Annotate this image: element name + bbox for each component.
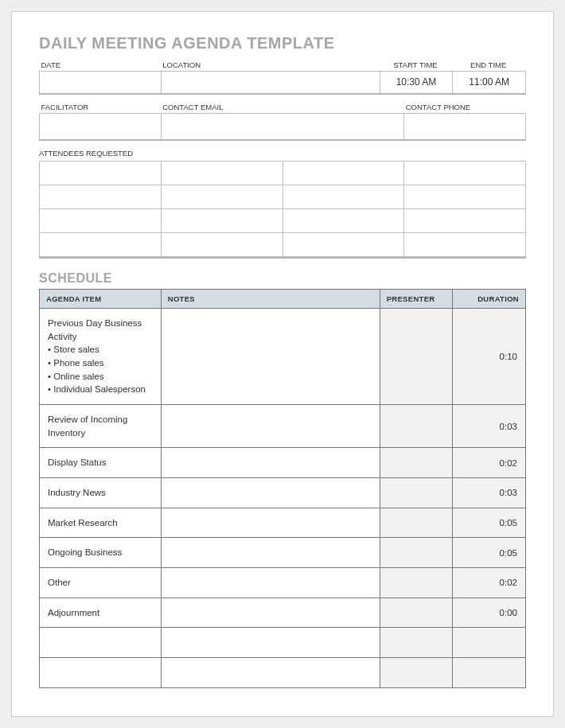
header-presenter: PRESENTER (380, 290, 453, 309)
cell-presenter[interactable] (380, 568, 453, 598)
cell-agenda-item[interactable]: Ongoing Business (40, 538, 162, 568)
schedule-heading: SCHEDULE (39, 271, 526, 286)
meeting-info-date-time: DATE LOCATION START TIME END TIME 10:30 … (39, 59, 526, 95)
schedule-row: Other0:02 (40, 568, 526, 598)
label-date: DATE (40, 59, 162, 72)
cell-notes[interactable] (161, 405, 380, 448)
page-title: DAILY MEETING AGENDA TEMPLATE (39, 34, 526, 53)
cell-duration[interactable]: 0:03 (453, 478, 526, 508)
schedule-table: AGENDA ITEM NOTES PRESENTER DURATION Pre… (39, 289, 526, 688)
cell-presenter[interactable] (380, 628, 453, 658)
schedule-row: Display Status0:02 (40, 448, 526, 478)
attendee-cell[interactable] (282, 185, 404, 209)
cell-notes[interactable] (161, 478, 380, 508)
cell-duration[interactable]: 0:05 (453, 508, 526, 538)
field-contact-email[interactable] (161, 113, 404, 140)
cell-duration[interactable] (453, 658, 526, 688)
attendees-row (40, 185, 526, 209)
cell-presenter[interactable] (380, 309, 453, 405)
attendee-cell[interactable] (40, 233, 162, 257)
label-start-time: START TIME (380, 59, 453, 72)
meeting-info-contact: FACILITATOR CONTACT EMAIL CONTACT PHONE (39, 101, 526, 142)
cell-presenter[interactable] (380, 538, 453, 568)
schedule-row: Review of Incoming Inventory0:03 (40, 405, 526, 448)
cell-presenter[interactable] (380, 478, 453, 508)
schedule-row (40, 628, 526, 658)
header-duration: DURATION (453, 290, 526, 309)
cell-agenda-item[interactable] (40, 628, 162, 658)
cell-agenda-item[interactable]: Review of Incoming Inventory (40, 405, 162, 448)
cell-agenda-item[interactable]: Other (40, 568, 162, 598)
attendee-cell[interactable] (404, 185, 526, 209)
attendees-table (39, 161, 526, 257)
schedule-row: Industry News0:03 (40, 478, 526, 508)
attendees-row (40, 209, 526, 233)
cell-duration[interactable]: 0:02 (453, 448, 526, 478)
field-end-time[interactable]: 11:00 AM (453, 72, 526, 94)
cell-duration[interactable]: 0:00 (453, 598, 526, 628)
cell-agenda-item[interactable]: Adjournment (40, 598, 162, 628)
cell-presenter[interactable] (380, 448, 453, 478)
cell-presenter[interactable] (380, 508, 453, 538)
attendee-cell[interactable] (161, 162, 282, 185)
attendee-cell[interactable] (40, 209, 162, 233)
cell-agenda-item[interactable] (40, 658, 162, 688)
cell-duration[interactable] (453, 628, 526, 658)
attendee-cell[interactable] (40, 162, 162, 185)
label-contact-phone: CONTACT PHONE (404, 101, 526, 114)
field-location[interactable] (161, 72, 380, 94)
cell-notes[interactable] (161, 598, 380, 628)
document-page: DAILY MEETING AGENDA TEMPLATE DATE LOCAT… (11, 11, 554, 717)
attendee-cell[interactable] (40, 185, 162, 209)
cell-agenda-item[interactable]: Previous Day Business Activity• Store sa… (40, 309, 162, 405)
cell-duration[interactable]: 0:10 (453, 309, 526, 405)
schedule-row: Ongoing Business0:05 (40, 538, 526, 568)
attendee-cell[interactable] (282, 162, 404, 185)
cell-agenda-item[interactable]: Market Research (40, 508, 162, 538)
attendee-cell[interactable] (161, 233, 282, 257)
attendee-cell[interactable] (161, 185, 282, 209)
schedule-row: Adjournment0:00 (40, 598, 526, 628)
attendees-row (40, 162, 526, 185)
field-start-time[interactable]: 10:30 AM (380, 72, 453, 94)
field-contact-phone[interactable] (404, 113, 526, 140)
cell-notes[interactable] (161, 538, 380, 568)
cell-presenter[interactable] (380, 658, 453, 688)
field-date[interactable] (40, 72, 162, 94)
cell-notes[interactable] (161, 508, 380, 538)
header-notes: NOTES (161, 290, 380, 309)
cell-notes[interactable] (161, 568, 380, 598)
schedule-row: Market Research0:05 (40, 508, 526, 538)
label-facilitator: FACILITATOR (40, 101, 162, 114)
attendee-cell[interactable] (282, 233, 404, 257)
schedule-row (40, 658, 526, 688)
attendee-cell[interactable] (282, 209, 404, 233)
label-end-time: END TIME (453, 59, 526, 72)
attendee-cell[interactable] (404, 233, 526, 257)
cell-agenda-item[interactable]: Display Status (40, 448, 162, 478)
attendee-cell[interactable] (161, 209, 282, 233)
cell-duration[interactable]: 0:05 (453, 538, 526, 568)
label-attendees: ATTENDEES REQUESTED (39, 147, 526, 159)
attendee-cell[interactable] (404, 209, 526, 233)
cell-duration[interactable]: 0:02 (453, 568, 526, 598)
header-agenda-item: AGENDA ITEM (40, 290, 162, 309)
field-facilitator[interactable] (40, 113, 162, 140)
cell-agenda-item[interactable]: Industry News (40, 478, 162, 508)
cell-notes[interactable] (161, 628, 380, 658)
cell-presenter[interactable] (380, 598, 453, 628)
attendee-cell[interactable] (404, 162, 526, 185)
cell-notes[interactable] (161, 309, 380, 405)
attendees-row (40, 233, 526, 257)
label-location: LOCATION (161, 59, 380, 72)
cell-presenter[interactable] (380, 405, 453, 448)
cell-duration[interactable]: 0:03 (453, 405, 526, 448)
cell-notes[interactable] (161, 448, 380, 478)
schedule-row: Previous Day Business Activity• Store sa… (40, 309, 526, 405)
cell-notes[interactable] (161, 658, 380, 688)
label-contact-email: CONTACT EMAIL (161, 101, 404, 114)
